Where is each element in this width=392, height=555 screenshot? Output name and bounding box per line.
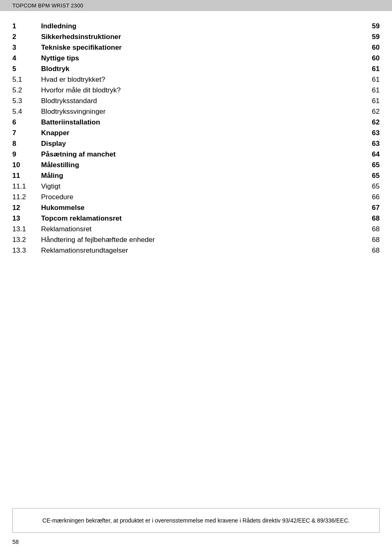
toc-item-title: Måling [41, 170, 359, 181]
toc-item-number: 3 [12, 42, 41, 53]
toc-item-number: 10 [12, 160, 41, 170]
page-number: 58 [12, 537, 380, 547]
toc-item-page: 63 [359, 128, 380, 138]
footer-note: CE-mærkningen bekræfter, at produktet er… [12, 508, 380, 533]
toc-item-number: 13 [12, 213, 41, 224]
toc-row: 13.1Reklamationsret68 [12, 224, 380, 235]
toc-row: 1Indledning59 [12, 21, 380, 32]
toc-item-title: Procedure [41, 192, 359, 203]
toc-row: 2Sikkerhedsinstruktioner59 [12, 32, 380, 42]
toc-row: 11.2Procedure66 [12, 192, 380, 203]
toc-item-number: 2 [12, 32, 41, 42]
header-title: TOPCOM BPM WRIST 2300 [12, 2, 83, 9]
toc-item-title: Hukommelse [41, 203, 359, 213]
toc-item-title: Batteriinstallation [41, 117, 359, 128]
toc-item-number: 12 [12, 203, 41, 213]
toc-item-page: 63 [359, 138, 380, 149]
toc-row: 7Knapper63 [12, 128, 380, 138]
toc-item-title: Målestilling [41, 160, 359, 170]
toc-item-number: 6 [12, 117, 41, 128]
toc-item-page: 65 [359, 181, 380, 192]
toc-row: 13.3Reklamationsretundtagelser68 [12, 245, 380, 256]
toc-item-number: 5.4 [12, 106, 41, 117]
toc-row: 5Blodtryk61 [12, 64, 380, 74]
toc-row: 10Målestilling65 [12, 160, 380, 170]
toc-row: 3Tekniske specifikationer60 [12, 42, 380, 53]
toc-row: 13.2Håndtering af fejlbehæftede enheder6… [12, 235, 380, 245]
toc-item-number: 11.2 [12, 192, 41, 203]
toc-item-number: 7 [12, 128, 41, 138]
content: 1Indledning592Sikkerhedsinstruktioner593… [0, 11, 392, 555]
toc-item-number: 13.3 [12, 245, 41, 256]
toc-item-page: 60 [359, 53, 380, 64]
toc-row: 6Batteriinstallation62 [12, 117, 380, 128]
toc-item-page: 66 [359, 192, 380, 203]
toc-item-number: 13.1 [12, 224, 41, 235]
toc-item-page: 61 [359, 85, 380, 96]
toc-row: 5.4Blodtrykssvingninger62 [12, 106, 380, 117]
toc-item-page: 61 [359, 96, 380, 106]
toc-item-title: Indledning [41, 21, 359, 32]
toc-item-title: Hvad er blodtrykket? [41, 74, 359, 85]
toc-item-page: 61 [359, 74, 380, 85]
footer-note-text: CE-mærkningen bekræfter, at produktet er… [42, 517, 350, 524]
toc-item-title: Nyttige tips [41, 53, 359, 64]
toc-item-number: 5.1 [12, 74, 41, 85]
toc-item-title: Display [41, 138, 359, 149]
toc-row: 9Påsætning af manchet64 [12, 149, 380, 160]
toc-item-number: 4 [12, 53, 41, 64]
toc-item-page: 68 [359, 245, 380, 256]
toc-row: 4Nyttige tips60 [12, 53, 380, 64]
toc-item-page: 68 [359, 213, 380, 224]
toc-item-page: 59 [359, 32, 380, 42]
toc-item-title: Blodtryksstandard [41, 96, 359, 106]
toc-item-title: Blodtrykssvingninger [41, 106, 359, 117]
toc-item-page: 62 [359, 117, 380, 128]
toc-row: 13Topcom reklamationsret68 [12, 213, 380, 224]
toc-item-number: 9 [12, 149, 41, 160]
toc-item-title: Knapper [41, 128, 359, 138]
toc-item-number: 1 [12, 21, 41, 32]
toc-item-title: Blodtryk [41, 64, 359, 74]
toc-item-page: 61 [359, 64, 380, 74]
toc-item-title: Reklamationsret [41, 224, 359, 235]
toc-row: 5.2Hvorfor måle dit blodtryk?61 [12, 85, 380, 96]
toc-item-title: Topcom reklamationsret [41, 213, 359, 224]
toc-item-title: Reklamationsretundtagelser [41, 245, 359, 256]
toc-item-title: Sikkerhedsinstruktioner [41, 32, 359, 42]
toc-item-title: Påsætning af manchet [41, 149, 359, 160]
toc-row: 12Hukommelse67 [12, 203, 380, 213]
toc-item-number: 5.3 [12, 96, 41, 106]
toc-item-title: Håndtering af fejlbehæftede enheder [41, 235, 359, 245]
toc-item-number: 5.2 [12, 85, 41, 96]
toc-item-title: Hvorfor måle dit blodtryk? [41, 85, 359, 96]
toc-row: 11.1Vigtigt65 [12, 181, 380, 192]
toc-row: 11Måling65 [12, 170, 380, 181]
toc-table: 1Indledning592Sikkerhedsinstruktioner593… [12, 21, 380, 256]
toc-item-page: 67 [359, 203, 380, 213]
toc-item-title: Tekniske specifikationer [41, 42, 359, 53]
toc-item-number: 8 [12, 138, 41, 149]
toc-item-page: 65 [359, 170, 380, 181]
toc-item-page: 62 [359, 106, 380, 117]
toc-row: 5.3Blodtryksstandard61 [12, 96, 380, 106]
toc-item-page: 68 [359, 235, 380, 245]
page: TOPCOM BPM WRIST 2300 1Indledning592Sikk… [0, 0, 392, 555]
toc-item-number: 13.2 [12, 235, 41, 245]
toc-item-number: 11 [12, 170, 41, 181]
toc-item-number: 11.1 [12, 181, 41, 192]
toc-item-page: 65 [359, 160, 380, 170]
header-bar: TOPCOM BPM WRIST 2300 [0, 0, 392, 11]
toc-item-title: Vigtigt [41, 181, 359, 192]
toc-row: 8Display63 [12, 138, 380, 149]
toc-item-page: 68 [359, 224, 380, 235]
toc-item-page: 60 [359, 42, 380, 53]
toc-item-number: 5 [12, 64, 41, 74]
toc-row: 5.1Hvad er blodtrykket?61 [12, 74, 380, 85]
toc-item-page: 59 [359, 21, 380, 32]
toc-item-page: 64 [359, 149, 380, 160]
